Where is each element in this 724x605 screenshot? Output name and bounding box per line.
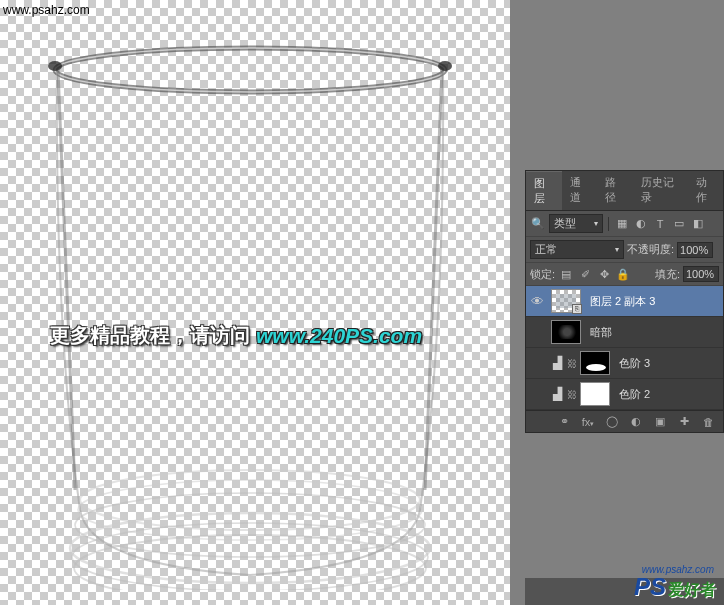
fill-input[interactable]: 100% <box>683 266 719 282</box>
watermark-ps: PS <box>634 573 666 601</box>
layer-thumbnail[interactable]: ⎘ <box>551 289 581 313</box>
workspace-gray-bottom <box>525 433 724 578</box>
lock-label: 锁定: <box>530 267 555 282</box>
blend-mode-value: 正常 <box>535 242 557 257</box>
layer-thumbnails: ▟⛓ <box>548 351 613 375</box>
layer-thumbnails <box>548 320 584 344</box>
tab-paths[interactable]: 路径 <box>597 171 633 210</box>
filter-pixel-icon[interactable]: ▦ <box>614 216 630 232</box>
separator <box>608 217 609 231</box>
filter-shape-icon[interactable]: ▭ <box>671 216 687 232</box>
layer-row[interactable]: 暗部 <box>526 317 723 348</box>
opacity-value: 100% <box>680 244 708 256</box>
visibility-toggle[interactable]: 👁 <box>526 294 548 309</box>
mask-link-icon[interactable]: ⛓ <box>567 389 577 400</box>
new-group-icon[interactable]: ▣ <box>651 415 669 428</box>
tab-history[interactable]: 历史记录 <box>633 171 688 210</box>
layer-name-label[interactable]: 图层 2 副本 3 <box>584 294 655 309</box>
blend-row: 正常 ▾ 不透明度: 100% <box>526 237 723 263</box>
search-icon[interactable]: 🔍 <box>530 216 546 232</box>
filter-smart-icon[interactable]: ◧ <box>690 216 706 232</box>
layer-row[interactable]: ▟⛓色阶 3 <box>526 348 723 379</box>
overlay-text-cn: 更多精品教程，请访问 <box>50 322 250 349</box>
svg-point-8 <box>438 61 452 71</box>
new-layer-icon[interactable]: ✚ <box>675 415 693 428</box>
canvas-area[interactable]: 更多精品教程，请访问 www.240PS.com www.psahz.com <box>0 0 510 605</box>
overlay-text: 更多精品教程，请访问 www.240PS.com <box>50 322 422 349</box>
filter-type-label: 类型 <box>554 216 576 231</box>
layer-name-label[interactable]: 色阶 2 <box>613 387 650 402</box>
adjustment-levels-icon: ▟ <box>551 387 564 401</box>
chevron-down-icon: ▾ <box>594 219 598 228</box>
panel-bottom-bar: ⚭ fx▾ ◯ ◐ ▣ ✚ 🗑 <box>526 410 723 432</box>
mask-link-icon[interactable]: ⛓ <box>567 358 577 369</box>
opacity-input[interactable]: 100% <box>677 242 713 258</box>
opacity-label: 不透明度: <box>627 242 674 257</box>
overlay-text-url: www.240PS.com <box>256 324 422 348</box>
watermark-bottom-right: PS 爱好者 <box>634 573 716 601</box>
svg-point-1 <box>55 48 445 92</box>
layers-panel: 图层通道路径历史记录动作 🔍 类型 ▾ ▦ ◐ T ▭ ◧ 正常 ▾ 不透明度:… <box>525 170 724 433</box>
chevron-down-icon: ▾ <box>615 245 619 254</box>
lock-transparent-icon[interactable]: ▤ <box>558 266 574 282</box>
layer-mask-thumbnail[interactable] <box>580 382 610 406</box>
layer-row[interactable]: 👁⎘图层 2 副本 3 <box>526 286 723 317</box>
layer-mask-thumbnail[interactable] <box>580 351 610 375</box>
filter-row: 🔍 类型 ▾ ▦ ◐ T ▭ ◧ <box>526 211 723 237</box>
fill-value: 100% <box>686 268 714 280</box>
delete-layer-icon[interactable]: 🗑 <box>699 416 717 428</box>
watermark-top-left: www.psahz.com <box>3 3 90 17</box>
fill-label: 填充: <box>655 267 680 282</box>
lock-brush-icon[interactable]: ✐ <box>577 266 593 282</box>
layer-fx-icon[interactable]: fx▾ <box>579 416 597 428</box>
tab-layers[interactable]: 图层 <box>526 171 562 210</box>
link-layers-icon[interactable]: ⚭ <box>555 415 573 428</box>
layer-thumbnails: ⎘ <box>548 289 584 313</box>
transparency-checker: 更多精品教程，请访问 www.240PS.com <box>0 0 510 605</box>
svg-point-9 <box>48 61 62 71</box>
lock-all-icon[interactable]: 🔒 <box>615 266 631 282</box>
layer-list: 👁⎘图层 2 副本 3暗部▟⛓色阶 3▟⛓色阶 2 <box>526 286 723 410</box>
layer-thumbnails: ▟⛓ <box>548 382 613 406</box>
filter-adjust-icon[interactable]: ◐ <box>633 216 649 232</box>
layer-name-label[interactable]: 色阶 3 <box>613 356 650 371</box>
tab-channels[interactable]: 通道 <box>562 171 598 210</box>
glass-artwork <box>30 30 470 590</box>
layer-row[interactable]: ▟⛓色阶 2 <box>526 379 723 410</box>
svg-point-4 <box>75 493 425 557</box>
blend-mode-dropdown[interactable]: 正常 ▾ <box>530 240 624 259</box>
workspace-gray-top <box>525 0 724 170</box>
watermark-text: 爱好者 <box>668 580 716 601</box>
filter-text-icon[interactable]: T <box>652 216 668 232</box>
panel-divider <box>510 0 525 605</box>
layer-thumbnail[interactable] <box>551 320 581 344</box>
add-mask-icon[interactable]: ◯ <box>603 415 621 428</box>
panel-tabs: 图层通道路径历史记录动作 <box>526 171 723 211</box>
lock-position-icon[interactable]: ✥ <box>596 266 612 282</box>
tab-actions[interactable]: 动作 <box>688 171 724 210</box>
filter-type-dropdown[interactable]: 类型 ▾ <box>549 214 603 233</box>
adjustment-levels-icon: ▟ <box>551 356 564 370</box>
layer-name-label[interactable]: 暗部 <box>584 325 612 340</box>
lock-row: 锁定: ▤ ✐ ✥ 🔒 填充: 100% <box>526 263 723 286</box>
new-adjustment-icon[interactable]: ◐ <box>627 415 645 428</box>
